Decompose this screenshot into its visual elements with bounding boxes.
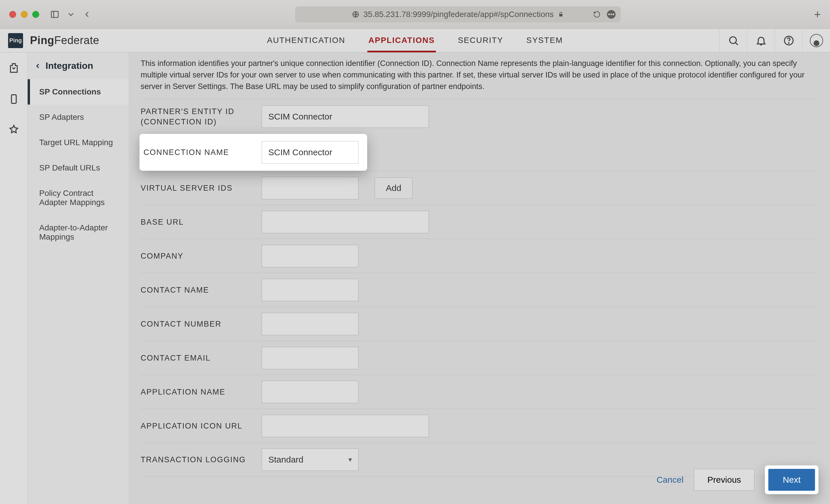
rail-integration-icon[interactable] [7, 61, 21, 75]
globe-icon [352, 11, 359, 18]
back-button[interactable] [79, 6, 95, 23]
input-application-name[interactable] [262, 381, 358, 403]
label-contact-number: CONTACT NUMBER [141, 312, 262, 336]
svg-point-4 [729, 37, 736, 43]
browser-toolbar: 35.85.231.78:9999/pingfederate/app#/spCo… [0, 0, 830, 29]
top-nav: AUTHENTICATION APPLICATIONS SECURITY SYS… [266, 29, 564, 53]
row-partners-entity-id: PARTNER'S ENTITY ID (CONNECTION ID) [141, 99, 819, 134]
row-base-url: BASE URL [141, 205, 819, 239]
row-contact-name: CONTACT NAME [141, 273, 819, 307]
row-virtual-server-ids: VIRTUAL SERVER IDS Add [141, 171, 819, 205]
next-button[interactable]: Next [768, 469, 815, 491]
lock-icon [558, 11, 564, 18]
subnav-title: Integration [45, 61, 93, 71]
app-header: Ping PingFederate AUTHENTICATION APPLICA… [0, 29, 830, 53]
row-contact-number: CONTACT NUMBER [141, 307, 819, 341]
row-application-icon-url: APPLICATION ICON URL [141, 409, 819, 443]
subnav: Integration SP Connections SP Adapters T… [28, 53, 129, 504]
select-transaction-logging-value: Standard [268, 455, 304, 465]
input-contact-name[interactable] [262, 279, 358, 301]
row-contact-email: CONTACT EMAIL [141, 341, 819, 375]
page-actions-icon[interactable]: ••• [607, 10, 615, 19]
tab-security[interactable]: SECURITY [457, 29, 505, 53]
profile-button[interactable] [802, 29, 830, 53]
tab-group-dropdown[interactable] [63, 6, 79, 23]
input-partners-entity-id[interactable] [262, 105, 429, 128]
input-virtual-server-ids[interactable] [262, 177, 358, 199]
brand-name: PingFederate [30, 34, 99, 47]
close-window-icon[interactable] [9, 11, 16, 18]
select-transaction-logging[interactable]: Standard ▾ [262, 448, 358, 471]
cancel-link[interactable]: Cancel [657, 475, 683, 485]
new-tab-button[interactable]: + [814, 8, 821, 21]
tab-applications[interactable]: APPLICATIONS [367, 29, 436, 53]
search-button[interactable] [719, 29, 747, 53]
help-text: This information identifies your partner… [129, 53, 830, 99]
subnav-item-policy-contract-adapter-mappings[interactable]: Policy Contract Adapter Mappings [28, 180, 129, 215]
input-application-icon-url[interactable] [262, 415, 429, 437]
subnav-item-sp-default-urls[interactable]: SP Default URLs [28, 155, 129, 180]
icon-rail [0, 53, 28, 504]
label-base-url: BASE URL [141, 210, 262, 234]
window-controls [9, 11, 39, 18]
minimize-window-icon[interactable] [21, 11, 28, 18]
input-connection-name[interactable] [262, 141, 358, 164]
rail-oauth-icon[interactable] [7, 92, 21, 106]
main-panel: This information identifies your partner… [129, 53, 830, 504]
label-contact-email: CONTACT EMAIL [141, 346, 262, 370]
label-transaction-logging: TRANSACTION LOGGING [141, 447, 262, 472]
input-base-url[interactable] [262, 211, 429, 233]
row-company: COMPANY [141, 239, 819, 273]
previous-button[interactable]: Previous [694, 469, 755, 491]
input-contact-email[interactable] [262, 347, 358, 369]
address-bar-text: 35.85.231.78:9999/pingfederate/app#/spCo… [363, 10, 554, 19]
input-company[interactable] [262, 245, 358, 267]
brand-badge: Ping [8, 33, 23, 48]
wizard-footer: Cancel Previous Next [657, 465, 819, 494]
svg-rect-0 [51, 11, 58, 17]
label-application-icon-url: APPLICATION ICON URL [141, 414, 262, 438]
chevron-down-icon: ▾ [348, 456, 352, 464]
address-bar[interactable]: 35.85.231.78:9999/pingfederate/app#/spCo… [295, 6, 621, 23]
help-button[interactable] [775, 29, 802, 53]
subnav-item-sp-connections[interactable]: SP Connections [28, 79, 129, 105]
maximize-window-icon[interactable] [32, 11, 39, 18]
row-application-name: APPLICATION NAME [141, 375, 819, 409]
subnav-item-target-url-mapping[interactable]: Target URL Mapping [28, 130, 129, 155]
label-virtual-server-ids: VIRTUAL SERVER IDS [141, 176, 262, 200]
brand: Ping PingFederate [8, 33, 99, 48]
reload-icon[interactable] [593, 11, 601, 18]
tab-system[interactable]: SYSTEM [525, 29, 564, 53]
svg-rect-8 [11, 95, 16, 103]
avatar-icon [810, 34, 823, 47]
rail-token-icon[interactable] [7, 123, 21, 137]
label-connection-name: CONNECTION NAME [142, 140, 262, 164]
tab-authentication[interactable]: AUTHENTICATION [266, 29, 347, 53]
label-partners-entity-id: PARTNER'S ENTITY ID (CONNECTION ID) [141, 99, 262, 134]
subnav-item-sp-adapters[interactable]: SP Adapters [28, 105, 129, 130]
input-contact-number[interactable] [262, 313, 358, 335]
next-button-highlight: Next [765, 465, 819, 494]
svg-point-7 [789, 43, 789, 43]
label-contact-name: CONTACT NAME [141, 278, 262, 302]
add-virtual-server-id-button[interactable]: Add [375, 177, 412, 199]
header-utilities [719, 29, 830, 53]
label-company: COMPANY [141, 244, 262, 268]
sidebar-toggle-button[interactable] [47, 6, 63, 23]
back-chevron-icon[interactable] [34, 62, 41, 70]
label-application-name: APPLICATION NAME [141, 380, 262, 404]
subnav-item-adapter-to-adapter-mappings[interactable]: Adapter-to-Adapter Mappings [28, 215, 129, 250]
svg-line-5 [735, 43, 737, 45]
row-connection-name: CONNECTION NAME [141, 134, 819, 171]
notifications-button[interactable] [747, 29, 775, 53]
svg-rect-3 [560, 14, 563, 16]
